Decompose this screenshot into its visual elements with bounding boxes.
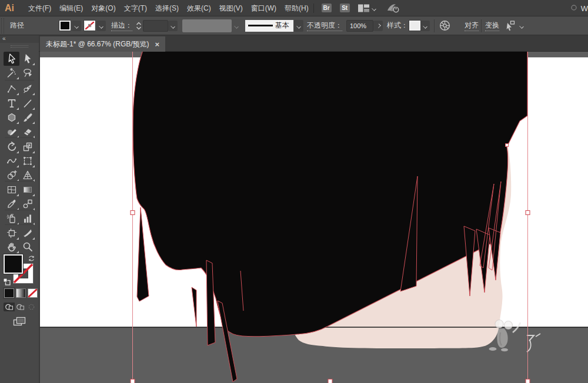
stroke-color-dropdown[interactable] [96, 21, 106, 31]
menu-file[interactable]: 文件(F) [24, 0, 55, 16]
opacity-expand-button[interactable] [373, 21, 383, 31]
tool-symbol-sprayer[interactable] [4, 211, 19, 226]
recolor-artwork-icon[interactable] [439, 20, 450, 31]
bridge-button[interactable]: Br [322, 4, 332, 12]
tool-row [0, 52, 39, 67]
tools-panel-grip[interactable] [11, 45, 28, 48]
tool-gradient[interactable] [19, 183, 35, 197]
tool-free-transform[interactable] [19, 154, 35, 168]
none-button[interactable] [28, 288, 38, 298]
tool-type[interactable] [4, 96, 19, 110]
menu-edit[interactable]: 编辑(E) [55, 0, 87, 16]
stroke-color-swatch[interactable] [84, 21, 95, 31]
stroke-weight-input[interactable] [143, 20, 168, 32]
flyout-indicator-icon [32, 93, 35, 95]
opacity-input[interactable]: 100% [346, 20, 373, 32]
menu-type[interactable]: 文字(T) [120, 0, 151, 16]
menu-effect[interactable]: 效果(C) [183, 0, 215, 16]
collapse-panel-icon[interactable]: « [2, 35, 39, 42]
tool-scale[interactable] [19, 140, 35, 154]
select-similar-icon[interactable] [504, 20, 516, 32]
tool-curvature[interactable] [4, 82, 19, 96]
menu-object[interactable]: 对象(O) [87, 0, 119, 16]
bbox-handle-bottom-left[interactable] [131, 379, 135, 383]
toolbar-separator [5, 224, 34, 225]
stock-button[interactable]: St [340, 4, 350, 12]
tool-rotate[interactable] [4, 140, 19, 154]
tool-icon [6, 227, 18, 239]
fill-color-swatch[interactable] [59, 21, 71, 31]
bbox-handle-bottom-center[interactable] [328, 379, 332, 383]
document-row: « 未标题-1* @ 66.67% (RGB/预览) × [0, 35, 588, 52]
workspace-icon[interactable] [358, 4, 369, 12]
flyout-indicator-icon [16, 122, 19, 124]
controlbar-grip[interactable] [1, 18, 4, 33]
screen-mode-icon[interactable] [13, 317, 26, 327]
workspace-chevron-icon[interactable] [372, 6, 376, 11]
tool-hand[interactable] [4, 240, 19, 254]
tool-selection[interactable] [4, 52, 19, 66]
tool-pen[interactable] [19, 82, 35, 96]
stroke-style-preview[interactable]: 基本 [245, 20, 293, 32]
tool-mesh[interactable] [4, 183, 19, 197]
style-dropdown[interactable] [420, 21, 430, 31]
select-similar-chevron-icon[interactable] [519, 23, 524, 28]
tool-artboard[interactable] [4, 226, 19, 240]
anchor-point[interactable] [506, 144, 509, 147]
tool-column-graph[interactable] [19, 211, 35, 226]
color-button[interactable] [4, 288, 14, 298]
fill-proxy[interactable] [4, 254, 23, 274]
tool-lasso[interactable] [19, 66, 35, 80]
stroke-panel-link[interactable]: 描边： [111, 21, 132, 31]
stroke-weight-dropdown[interactable] [168, 21, 178, 31]
document-tab[interactable]: 未标题-1* @ 66.67% (RGB/预览) × [40, 36, 165, 52]
draw-behind-button[interactable] [15, 303, 26, 311]
tab-close-icon[interactable]: × [155, 40, 160, 49]
gpu-performance-icon[interactable] [386, 3, 401, 14]
tool-direct-selection[interactable] [19, 52, 35, 66]
tool-eraser[interactable] [19, 125, 35, 139]
menu-window[interactable]: 窗口(W) [247, 0, 280, 16]
canvas-area[interactable] [40, 52, 588, 383]
tool-shape[interactable] [4, 110, 19, 125]
tool-perspective-grid[interactable] [19, 168, 35, 182]
tool-magic-wand[interactable] [4, 66, 19, 80]
tool-eyedropper[interactable] [4, 197, 19, 211]
default-fill-stroke-icon[interactable] [3, 278, 11, 285]
bbox-handle-right[interactable] [526, 211, 530, 215]
menu-view[interactable]: 视图(V) [215, 0, 247, 16]
tool-icon [22, 98, 34, 109]
control-bar: 路径 描边： 基本 不透明度： 100% 样式： 对齐 变换 [0, 16, 588, 35]
tool-shape-builder[interactable] [4, 168, 19, 182]
flyout-indicator-icon [32, 165, 35, 167]
stroke-weight-stepper[interactable] [136, 21, 142, 31]
style-swatch[interactable] [409, 21, 420, 31]
tool-zoom[interactable] [19, 240, 35, 254]
tool-blend[interactable] [19, 197, 35, 211]
toolbar-separator [5, 80, 34, 80]
menu-select[interactable]: 选择(S) [151, 0, 183, 16]
align-link[interactable]: 对齐 [465, 21, 479, 31]
tools-panel [0, 52, 39, 383]
gradient-button[interactable] [16, 288, 26, 298]
tool-pencil[interactable] [4, 125, 19, 139]
draw-normal-button[interactable] [4, 303, 15, 311]
fill-color-dropdown[interactable] [72, 21, 81, 31]
flyout-indicator-icon [16, 165, 19, 167]
artwork-svg [40, 52, 588, 383]
transform-link[interactable]: 变换 [485, 21, 499, 31]
tool-width[interactable] [4, 154, 19, 168]
bbox-handle-left[interactable] [131, 211, 135, 215]
draw-inside-button[interactable] [26, 303, 37, 311]
menu-help[interactable]: 帮助(H) [280, 0, 313, 16]
tool-line-segment[interactable] [19, 96, 35, 110]
bbox-handle-bottom-right[interactable] [526, 379, 530, 383]
tools-panel-header: « [0, 35, 39, 52]
chevron-down-icon [171, 23, 175, 28]
tool-paintbrush[interactable] [19, 110, 35, 125]
swap-fill-stroke-icon[interactable] [28, 255, 35, 262]
opacity-link[interactable]: 不透明度： [307, 21, 342, 31]
tool-slice[interactable] [19, 226, 35, 240]
context-label: 路径 [10, 21, 24, 31]
stroke-style-dropdown[interactable] [294, 20, 303, 32]
